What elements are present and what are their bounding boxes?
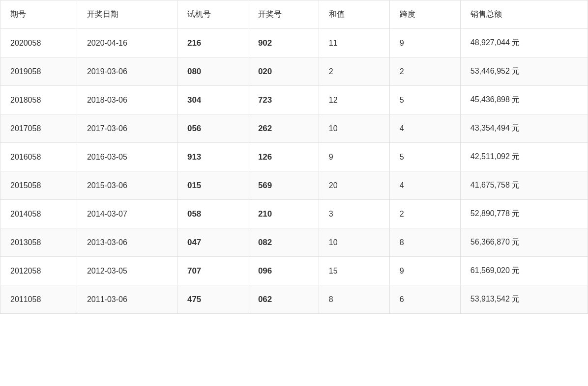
cell-sum: 10 (319, 228, 389, 257)
table-row: 20200582020-04-1621690211948,927,044 元 (0, 29, 588, 57)
cell-span: 4 (389, 114, 460, 143)
cell-span: 8 (389, 228, 460, 257)
header-sales: 销售总额 (460, 0, 588, 29)
table-row: 20190582019-03-060800202253,446,952 元 (0, 57, 588, 86)
cell-sum: 12 (319, 86, 389, 114)
cell-date: 2015-03-06 (77, 171, 177, 200)
cell-sum: 3 (319, 200, 389, 228)
cell-sum: 9 (319, 143, 389, 171)
table-row: 20180582018-03-0630472312545,436,898 元 (0, 86, 588, 114)
header-trial: 试机号 (177, 0, 248, 29)
header-period: 期号 (0, 0, 77, 29)
cell-draw: 082 (248, 228, 319, 257)
cell-trial: 015 (177, 171, 248, 200)
cell-span: 2 (389, 200, 460, 228)
cell-trial: 475 (177, 285, 248, 314)
cell-trial: 707 (177, 257, 248, 285)
cell-period: 2012058 (0, 257, 77, 285)
cell-trial: 080 (177, 57, 248, 86)
cell-date: 2013-03-06 (77, 228, 177, 257)
cell-period: 2017058 (0, 114, 77, 143)
cell-span: 2 (389, 57, 460, 86)
cell-draw: 723 (248, 86, 319, 114)
cell-span: 6 (389, 285, 460, 314)
cell-sum: 11 (319, 29, 389, 57)
cell-period: 2014058 (0, 200, 77, 228)
cell-draw: 020 (248, 57, 319, 86)
cell-date: 2018-03-06 (77, 86, 177, 114)
cell-sum: 15 (319, 257, 389, 285)
cell-sum: 8 (319, 285, 389, 314)
cell-sales: 52,890,778 元 (460, 200, 588, 228)
cell-period: 2018058 (0, 86, 77, 114)
cell-sales: 45,436,898 元 (460, 86, 588, 114)
cell-period: 2011058 (0, 285, 77, 314)
header-date: 开奖日期 (77, 0, 177, 29)
table-row: 20110582011-03-064750628653,913,542 元 (0, 285, 588, 314)
cell-sum: 2 (319, 57, 389, 86)
cell-sum: 20 (319, 171, 389, 200)
cell-sales: 56,366,870 元 (460, 228, 588, 257)
cell-span: 9 (389, 257, 460, 285)
cell-date: 2016-03-05 (77, 143, 177, 171)
cell-sales: 42,511,092 元 (460, 143, 588, 171)
cell-date: 2017-03-06 (77, 114, 177, 143)
cell-span: 9 (389, 29, 460, 57)
table-row: 20130582013-03-0604708210856,366,870 元 (0, 228, 588, 257)
cell-sales: 41,675,758 元 (460, 171, 588, 200)
cell-draw: 902 (248, 29, 319, 57)
cell-sales: 48,927,044 元 (460, 29, 588, 57)
cell-span: 4 (389, 171, 460, 200)
cell-trial: 913 (177, 143, 248, 171)
cell-span: 5 (389, 86, 460, 114)
table-row: 20170582017-03-0605626210443,354,494 元 (0, 114, 588, 143)
cell-date: 2019-03-06 (77, 57, 177, 86)
cell-sales: 53,913,542 元 (460, 285, 588, 314)
table-row: 20160582016-03-059131269542,511,092 元 (0, 143, 588, 171)
header-draw: 开奖号 (248, 0, 319, 29)
cell-draw: 096 (248, 257, 319, 285)
cell-draw: 126 (248, 143, 319, 171)
cell-date: 2014-03-07 (77, 200, 177, 228)
cell-sales: 53,446,952 元 (460, 57, 588, 86)
table-header-row: 期号 开奖日期 试机号 开奖号 和值 跨度 销售总额 (0, 0, 588, 29)
lottery-table: 期号 开奖日期 试机号 开奖号 和值 跨度 销售总额 20200582020-0… (0, 0, 588, 314)
table-row: 20150582015-03-0601556920441,675,758 元 (0, 171, 588, 200)
cell-date: 2020-04-16 (77, 29, 177, 57)
cell-period: 2016058 (0, 143, 77, 171)
cell-trial: 216 (177, 29, 248, 57)
cell-draw: 210 (248, 200, 319, 228)
cell-trial: 058 (177, 200, 248, 228)
cell-draw: 569 (248, 171, 319, 200)
cell-span: 5 (389, 143, 460, 171)
cell-period: 2019058 (0, 57, 77, 86)
cell-period: 2013058 (0, 228, 77, 257)
cell-trial: 056 (177, 114, 248, 143)
cell-sales: 61,569,020 元 (460, 257, 588, 285)
cell-draw: 262 (248, 114, 319, 143)
table-row: 20140582014-03-070582103252,890,778 元 (0, 200, 588, 228)
header-span: 跨度 (389, 0, 460, 29)
cell-date: 2011-03-06 (77, 285, 177, 314)
table-row: 20120582012-03-0570709615961,569,020 元 (0, 257, 588, 285)
cell-trial: 047 (177, 228, 248, 257)
cell-trial: 304 (177, 86, 248, 114)
cell-date: 2012-03-05 (77, 257, 177, 285)
header-sum: 和值 (319, 0, 389, 29)
cell-sum: 10 (319, 114, 389, 143)
cell-sales: 43,354,494 元 (460, 114, 588, 143)
cell-draw: 062 (248, 285, 319, 314)
cell-period: 2020058 (0, 29, 77, 57)
cell-period: 2015058 (0, 171, 77, 200)
